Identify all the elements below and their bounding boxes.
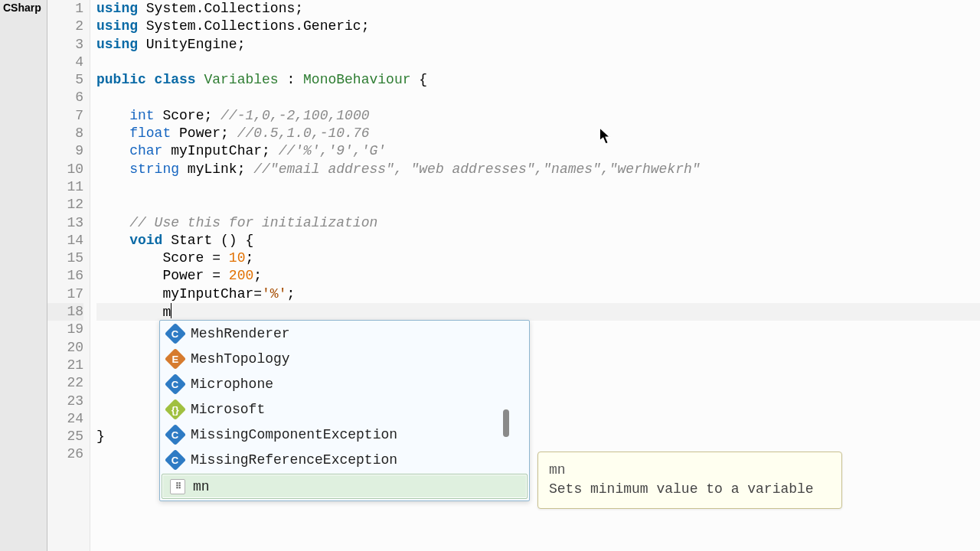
line-number: 8 — [47, 125, 83, 142]
line-number: 6 — [47, 89, 83, 106]
code-line[interactable]: char myInputChar; //'%','9','G' — [96, 142, 980, 160]
autocomplete-kind-icon: C — [165, 322, 186, 344]
code-line[interactable]: m — [96, 303, 980, 321]
sidebar-tab-label: CSharp — [0, 0, 47, 15]
code-line[interactable]: myInputChar='%'; — [96, 285, 980, 303]
autocomplete-list[interactable]: CMeshRendererEMeshTopologyCMicrophone{}M… — [160, 321, 529, 499]
line-number: 13 — [47, 214, 83, 232]
autocomplete-kind-icon: C — [165, 373, 186, 394]
line-number: 9 — [47, 142, 83, 160]
autocomplete-kind-icon: C — [165, 423, 186, 445]
code-line[interactable]: string myLink; //"email address", "web a… — [96, 161, 980, 178]
line-number: 20 — [47, 339, 83, 357]
line-number: 10 — [47, 161, 83, 178]
autocomplete-item[interactable]: {}Microsoft — [160, 396, 529, 422]
line-number: 16 — [47, 267, 83, 285]
line-number: 2 — [47, 18, 83, 35]
autocomplete-label: mn — [193, 479, 210, 494]
line-number: 23 — [47, 393, 83, 410]
line-number: 12 — [47, 196, 83, 214]
code-line[interactable]: Score = 10; — [96, 249, 980, 267]
autocomplete-label: MissingComponentException — [191, 427, 397, 442]
line-number: 17 — [47, 285, 83, 303]
autocomplete-popup[interactable]: CMeshRendererEMeshTopologyCMicrophone{}M… — [159, 320, 530, 501]
line-number: 14 — [47, 232, 83, 249]
autocomplete-item[interactable]: CMicrophone — [160, 371, 529, 396]
code-line[interactable]: public class Variables : MonoBehaviour { — [96, 71, 980, 89]
code-line[interactable]: int Score; //-1,0,-2,100,1000 — [96, 107, 980, 125]
line-number: 22 — [47, 374, 83, 392]
line-number: 7 — [47, 107, 83, 125]
line-gutter: 1234567891011121314151617181920212223242… — [47, 0, 90, 551]
line-number: 25 — [47, 428, 83, 445]
line-number: 11 — [47, 178, 83, 196]
code-line[interactable] — [96, 54, 980, 71]
autocomplete-label: MeshTopology — [191, 351, 290, 367]
autocomplete-label: Microphone — [191, 377, 273, 392]
autocomplete-kind-icon: C — [165, 448, 186, 470]
sidebar-tab[interactable]: CSharp — [0, 0, 47, 551]
autocomplete-kind-icon: {} — [165, 398, 186, 419]
code-line[interactable]: using UnityEngine; — [96, 36, 980, 54]
code-line[interactable] — [96, 196, 980, 214]
autocomplete-tooltip: mn Sets minimum value to a variable — [537, 452, 842, 509]
autocomplete-label: MeshRenderer — [191, 326, 290, 341]
text-caret — [171, 303, 172, 318]
code-line[interactable]: float Power; //0.5,1.0,-10.76 — [96, 125, 980, 142]
line-number: 26 — [47, 445, 83, 463]
line-number: 19 — [47, 321, 83, 338]
line-number: 4 — [47, 54, 83, 71]
code-line[interactable]: Power = 200; — [96, 267, 980, 285]
line-number: 3 — [47, 36, 83, 54]
autocomplete-scrollbar[interactable] — [503, 409, 509, 437]
autocomplete-item[interactable]: CMissingReferenceException — [160, 447, 529, 472]
autocomplete-label: MissingReferenceException — [191, 452, 397, 468]
line-number: 1 — [47, 0, 83, 18]
autocomplete-label: Microsoft — [191, 402, 265, 417]
autocomplete-item[interactable]: EMeshTopology — [160, 346, 529, 371]
autocomplete-kind-icon: ⠿ — [170, 479, 185, 494]
tooltip-body: Sets minimum value to a variable — [549, 481, 831, 498]
tooltip-title: mn — [549, 461, 831, 479]
line-number: 18 — [47, 303, 83, 321]
code-line[interactable]: using System.Collections.Generic; — [96, 18, 980, 35]
code-line[interactable]: using System.Collections; — [96, 0, 980, 18]
autocomplete-item[interactable]: CMeshRenderer — [160, 321, 529, 346]
autocomplete-kind-icon: E — [165, 347, 186, 369]
autocomplete-item[interactable]: CMissingComponentException — [160, 422, 529, 447]
code-line[interactable] — [96, 178, 980, 196]
line-number: 5 — [47, 71, 83, 89]
line-number: 15 — [47, 249, 83, 267]
autocomplete-item[interactable]: ⠿mn — [162, 474, 528, 499]
code-line[interactable]: // Use this for initialization — [96, 214, 980, 232]
code-line[interactable] — [96, 89, 980, 106]
line-number: 24 — [47, 410, 83, 428]
code-line[interactable]: void Start () { — [96, 232, 980, 249]
line-number: 21 — [47, 357, 83, 374]
